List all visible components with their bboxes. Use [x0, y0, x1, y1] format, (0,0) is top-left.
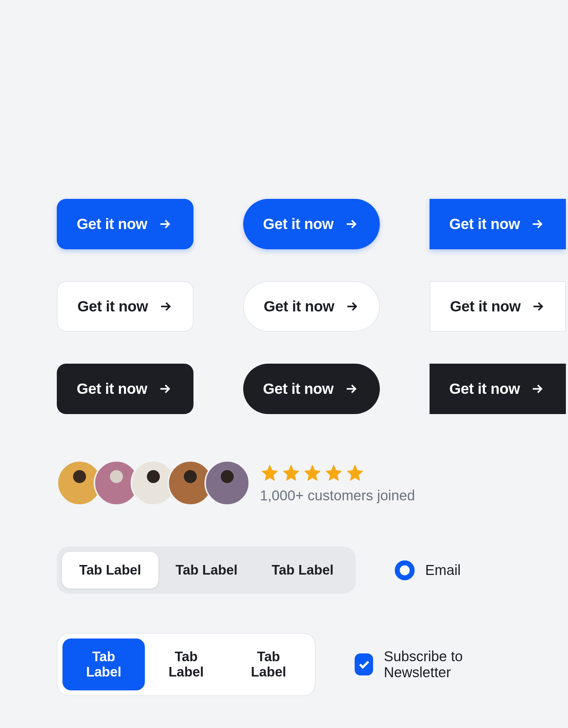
arrow-right-icon: [158, 299, 173, 314]
star-icon: [324, 463, 344, 484]
get-it-now-button[interactable]: Get it now: [243, 199, 380, 249]
button-label: Get it now: [449, 216, 520, 233]
arrow-right-icon: [157, 217, 172, 232]
arrow-right-icon: [530, 299, 545, 314]
button-label: Get it now: [77, 216, 147, 233]
avatar: [204, 460, 250, 506]
tab[interactable]: Tab Label: [62, 552, 159, 589]
get-it-now-button[interactable]: Get it now: [57, 281, 193, 332]
button-label: Get it now: [449, 380, 520, 397]
get-it-now-button[interactable]: Get it now: [57, 199, 193, 249]
radio-icon: [395, 560, 415, 580]
button-label: Get it now: [263, 380, 334, 397]
tab[interactable]: Tab Label: [62, 639, 145, 690]
star-icon: [345, 463, 365, 484]
arrow-right-icon: [530, 217, 545, 232]
segmented-control: Tab Label Tab Label Tab Label: [57, 633, 316, 696]
button-label: Get it now: [77, 298, 148, 315]
arrow-right-icon: [530, 381, 545, 396]
radio-email[interactable]: Email: [395, 560, 461, 580]
arrow-right-icon: [344, 381, 359, 396]
arrow-right-icon: [157, 381, 172, 396]
button-label: Get it now: [263, 216, 334, 233]
button-grid: Get it now Get it now Get it now Get it …: [57, 199, 511, 414]
tab[interactable]: Tab Label: [227, 639, 310, 690]
get-it-now-button[interactable]: Get it now: [243, 281, 380, 332]
arrow-right-icon: [344, 299, 359, 314]
button-label: Get it now: [450, 298, 521, 315]
star-icon: [281, 463, 301, 484]
star-icon: [260, 463, 280, 484]
button-label: Get it now: [77, 380, 147, 397]
tab[interactable]: Tab Label: [145, 639, 227, 690]
check-icon: [355, 653, 373, 675]
get-it-now-button[interactable]: Get it now: [430, 281, 566, 332]
get-it-now-button[interactable]: Get it now: [430, 199, 566, 249]
button-label: Get it now: [264, 298, 334, 315]
social-proof-text: 1,000+ customers joined: [260, 488, 415, 504]
tab[interactable]: Tab Label: [159, 552, 255, 589]
star-icon: [302, 463, 322, 484]
get-it-now-button[interactable]: Get it now: [243, 364, 380, 414]
segmented-control: Tab Label Tab Label Tab Label: [57, 547, 356, 594]
social-proof: 1,000+ customers joined: [57, 460, 511, 506]
arrow-right-icon: [344, 217, 359, 232]
star-rating: [260, 463, 415, 484]
get-it-now-button[interactable]: Get it now: [57, 364, 193, 414]
radio-label: Email: [425, 562, 461, 578]
tab[interactable]: Tab Label: [255, 552, 351, 589]
avatar-stack: [57, 460, 250, 506]
checkbox-newsletter[interactable]: Subscribe to Newsletter: [355, 648, 511, 680]
checkbox-label: Subscribe to Newsletter: [384, 648, 511, 680]
get-it-now-button[interactable]: Get it now: [430, 364, 566, 414]
